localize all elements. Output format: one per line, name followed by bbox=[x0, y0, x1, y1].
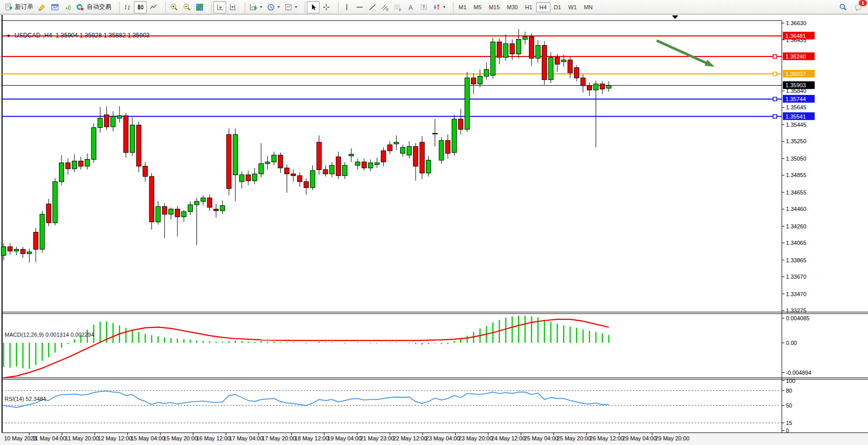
candle bbox=[529, 37, 534, 59]
svg-text:15: 15 bbox=[786, 420, 792, 426]
candle bbox=[432, 133, 437, 134]
toolbar-group-trade: 新订单 自动交易 bbox=[2, 1, 113, 14]
line-handle[interactable] bbox=[773, 72, 777, 76]
crosshair-button[interactable] bbox=[320, 1, 332, 13]
candle bbox=[452, 119, 457, 152]
fibonacci-button[interactable]: F bbox=[391, 1, 404, 13]
tile-windows-button[interactable] bbox=[193, 1, 206, 13]
candle bbox=[149, 177, 154, 222]
candle bbox=[272, 155, 277, 162]
candle bbox=[484, 69, 489, 76]
tab-timeframe-mn[interactable]: MN bbox=[580, 2, 596, 12]
tab-timeframe-w1[interactable]: W1 bbox=[565, 2, 581, 12]
candle bbox=[227, 134, 231, 188]
vertical-line-button[interactable] bbox=[340, 1, 353, 13]
candle bbox=[517, 40, 521, 54]
candle bbox=[465, 78, 469, 129]
svg-text:1.34460: 1.34460 bbox=[786, 206, 806, 212]
chart-window-button[interactable] bbox=[48, 1, 61, 13]
chart-symbol-label: USDCAD-,H4 bbox=[14, 32, 52, 39]
toolbar-separator bbox=[241, 2, 245, 13]
tile-windows-icon bbox=[195, 3, 204, 11]
svg-text:22 May 12:00: 22 May 12:00 bbox=[393, 435, 427, 441]
equidistant-channel-button[interactable]: E bbox=[379, 1, 391, 13]
signals-icon bbox=[63, 3, 72, 11]
chart-shift-icon bbox=[228, 3, 237, 11]
svg-text:1.35250: 1.35250 bbox=[786, 138, 806, 144]
candle bbox=[40, 214, 45, 249]
candle bbox=[220, 206, 225, 211]
text-button[interactable]: A bbox=[404, 1, 417, 13]
chart-shift-button[interactable] bbox=[226, 1, 239, 13]
tab-timeframe-m30[interactable]: M30 bbox=[503, 2, 521, 12]
candle bbox=[8, 247, 12, 251]
trendline-icon bbox=[368, 3, 377, 11]
candle bbox=[72, 161, 77, 169]
toolbar-separator bbox=[161, 2, 166, 13]
arrows-button[interactable]: ▾ bbox=[430, 1, 447, 13]
tab-timeframe-d1[interactable]: D1 bbox=[550, 2, 565, 12]
candle bbox=[574, 68, 579, 78]
svg-text:1.35744: 1.35744 bbox=[785, 96, 806, 102]
auto-scroll-button[interactable] bbox=[213, 1, 226, 13]
candle bbox=[600, 84, 605, 89]
cursor-button[interactable] bbox=[307, 1, 320, 13]
candle bbox=[233, 134, 238, 175]
autotrading-button[interactable]: 自动交易 bbox=[74, 1, 113, 13]
candle bbox=[356, 162, 360, 165]
svg-text:T: T bbox=[422, 5, 425, 10]
bar-chart-button[interactable] bbox=[121, 1, 134, 13]
candle bbox=[59, 163, 64, 182]
candle bbox=[201, 198, 206, 202]
candle bbox=[104, 115, 109, 127]
candle bbox=[407, 146, 411, 155]
trendline-button[interactable] bbox=[366, 1, 379, 13]
signals-button[interactable] bbox=[61, 1, 74, 13]
candle bbox=[188, 205, 192, 211]
svg-text:12 May 12:00: 12 May 12:00 bbox=[98, 435, 132, 441]
candle bbox=[66, 163, 70, 169]
toolbar-group-objects: E F A T ▾ bbox=[340, 1, 447, 14]
candle bbox=[111, 117, 115, 127]
svg-text:1.35903: 1.35903 bbox=[785, 82, 806, 88]
horizontal-line-button[interactable] bbox=[353, 1, 366, 13]
text-label-button[interactable]: T bbox=[417, 1, 430, 13]
candle bbox=[330, 165, 334, 174]
indicators-button[interactable]: ▾ bbox=[247, 1, 264, 13]
candle bbox=[117, 115, 122, 118]
svg-text:1.33470: 1.33470 bbox=[786, 291, 806, 297]
search-button[interactable] bbox=[836, 1, 849, 13]
tab-timeframe-m15[interactable]: M15 bbox=[485, 2, 503, 12]
zoom-out-button[interactable] bbox=[180, 1, 193, 13]
line-handle[interactable] bbox=[773, 97, 777, 101]
candle bbox=[388, 145, 392, 151]
candlestick-chart-button[interactable] bbox=[134, 1, 147, 13]
candle bbox=[413, 146, 418, 166]
tab-timeframe-h1[interactable]: H1 bbox=[521, 2, 536, 12]
line-chart-button[interactable] bbox=[147, 1, 160, 13]
crayon-button[interactable] bbox=[35, 1, 48, 13]
candle bbox=[349, 154, 353, 156]
candle bbox=[21, 249, 25, 254]
notifications-button[interactable]: 1 bbox=[852, 1, 865, 13]
tab-timeframe-h4[interactable]: H4 bbox=[536, 2, 550, 12]
new-order-button[interactable]: 新订单 bbox=[2, 1, 35, 13]
chart-dropdown-icon[interactable]: ▼ bbox=[6, 33, 11, 38]
periods-button[interactable]: ▾ bbox=[264, 1, 282, 13]
tab-timeframe-m1[interactable]: M1 bbox=[455, 2, 470, 12]
candle bbox=[394, 142, 399, 144]
candle bbox=[568, 60, 573, 73]
candle bbox=[587, 86, 592, 90]
svg-text:17 May 04:00: 17 May 04:00 bbox=[229, 435, 263, 441]
templates-button[interactable]: ▾ bbox=[282, 1, 299, 13]
svg-text:100: 100 bbox=[786, 378, 795, 384]
candle bbox=[27, 252, 32, 254]
svg-text:A: A bbox=[408, 4, 412, 11]
svg-text:1.35445: 1.35445 bbox=[786, 122, 806, 128]
tab-timeframe-m5[interactable]: M5 bbox=[470, 2, 485, 12]
line-handle[interactable] bbox=[773, 114, 777, 118]
line-handle[interactable] bbox=[773, 55, 777, 59]
candle bbox=[490, 42, 495, 75]
zoom-in-button[interactable] bbox=[167, 1, 180, 13]
chart-window: ▼ USDCAD-,H4 1.35904 1.35928 1.35882 1.3… bbox=[0, 15, 868, 445]
